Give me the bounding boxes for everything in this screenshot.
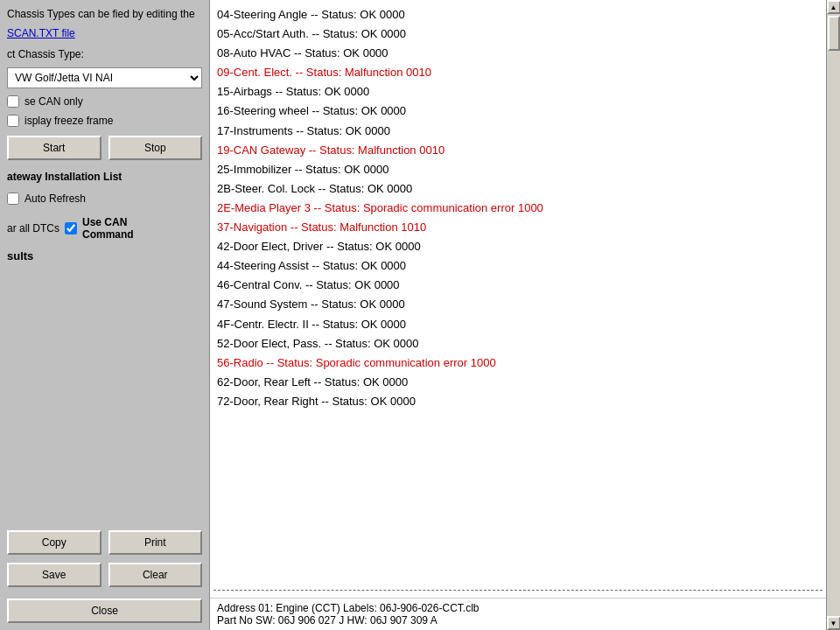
can-only-checkbox[interactable] — [7, 95, 19, 108]
scroll-up-button[interactable]: ▲ — [827, 0, 841, 14]
result-item: 37-Navigation -- Status: Malfunction 101… — [214, 218, 822, 237]
results-panel: 04-Steering Angle -- Status: OK 000005-A… — [210, 0, 826, 630]
result-item: 4F-Centr. Electr. II -- Status: OK 0000 — [214, 315, 822, 334]
separator-line — [214, 590, 822, 591]
footer-line2: Part No SW: 06J 906 027 J HW: 06J 907 30… — [217, 614, 819, 626]
scrollbar[interactable]: ▲ ▼ — [826, 0, 840, 630]
result-item: 04-Steering Angle -- Status: OK 0000 — [214, 5, 822, 24]
close-button[interactable]: Close — [7, 598, 202, 623]
result-item: 08-Auto HVAC -- Status: OK 0000 — [214, 44, 822, 63]
result-item: 15-Airbags -- Status: OK 0000 — [214, 82, 822, 102]
auto-refresh-label: Auto Refresh — [24, 192, 86, 205]
result-item: 46-Central Conv. -- Status: OK 0000 — [214, 276, 822, 295]
left-panel: Chassis Types can be fied by editing the… — [0, 0, 210, 630]
result-item: 17-Instruments -- Status: OK 0000 — [214, 122, 822, 141]
chassis-dropdown[interactable]: VW Golf/Jetta VI NAI — [7, 67, 202, 88]
freeze-frame-label: isplay freeze frame — [24, 115, 113, 127]
footer-line1: Address 01: Engine (CCT) Labels: 06J-906… — [217, 602, 819, 614]
results-list[interactable]: 04-Steering Angle -- Status: OK 000005-A… — [210, 0, 826, 583]
result-item: 72-Door, Rear Right -- Status: OK 0000 — [214, 392, 822, 411]
auto-refresh-checkbox[interactable] — [7, 192, 19, 205]
can-only-label: se CAN only — [24, 95, 83, 108]
print-button[interactable]: Print — [108, 530, 203, 555]
chassis-label: ct Chassis Type: — [7, 48, 202, 60]
result-item: 16-Steering wheel -- Status: OK 0000 — [214, 102, 822, 121]
clear-dtcs-label: ar all DTCs — [7, 222, 60, 234]
results-label: sults — [7, 249, 202, 262]
result-item: 62-Door, Rear Left -- Status: OK 0000 — [214, 373, 822, 392]
result-item: 52-Door Elect, Pass. -- Status: OK 0000 — [214, 334, 822, 354]
save-button[interactable]: Save — [7, 563, 102, 587]
info-text: Chassis Types can be fied by editing the — [7, 7, 202, 22]
footer-info: Address 01: Engine (CCT) Labels: 06J-906… — [210, 598, 826, 630]
result-item: 44-Steering Assist -- Status: OK 0000 — [214, 256, 822, 276]
result-item: 05-Acc/Start Auth. -- Status: OK 0000 — [214, 24, 822, 44]
scroll-down-button[interactable]: ▼ — [827, 616, 841, 630]
result-item: 25-Immobilizer -- Status: OK 0000 — [214, 160, 822, 179]
freeze-frame-checkbox[interactable] — [7, 115, 19, 127]
scroll-thumb[interactable] — [828, 16, 840, 51]
result-item: 42-Door Elect, Driver -- Status: OK 0000 — [214, 237, 822, 256]
clear-dtcs-checkbox[interactable] — [65, 222, 77, 234]
result-item: 09-Cent. Elect. -- Status: Malfunction 0… — [214, 63, 822, 82]
copy-button[interactable]: Copy — [7, 530, 102, 555]
result-item: 56-Radio -- Status: Sporadic communicati… — [214, 354, 822, 373]
scan-txt-link[interactable]: SCAN.TXT file — [7, 27, 202, 39]
result-item: 2B-Steer. Col. Lock -- Status: OK 0000 — [214, 179, 822, 199]
right-section: 04-Steering Angle -- Status: OK 000005-A… — [210, 0, 840, 630]
clear-button[interactable]: Clear — [108, 563, 203, 587]
start-button[interactable]: Start — [7, 136, 102, 160]
use-can-label: Use CANCommand — [82, 216, 134, 241]
gateway-label: ateway Installation List — [7, 171, 202, 183]
result-item: 19-CAN Gateway -- Status: Malfunction 00… — [214, 141, 822, 160]
result-item: 47-Sound System -- Status: OK 0000 — [214, 295, 822, 314]
result-item: 2E-Media Player 3 -- Status: Sporadic co… — [214, 199, 822, 218]
stop-button[interactable]: Stop — [108, 136, 203, 160]
